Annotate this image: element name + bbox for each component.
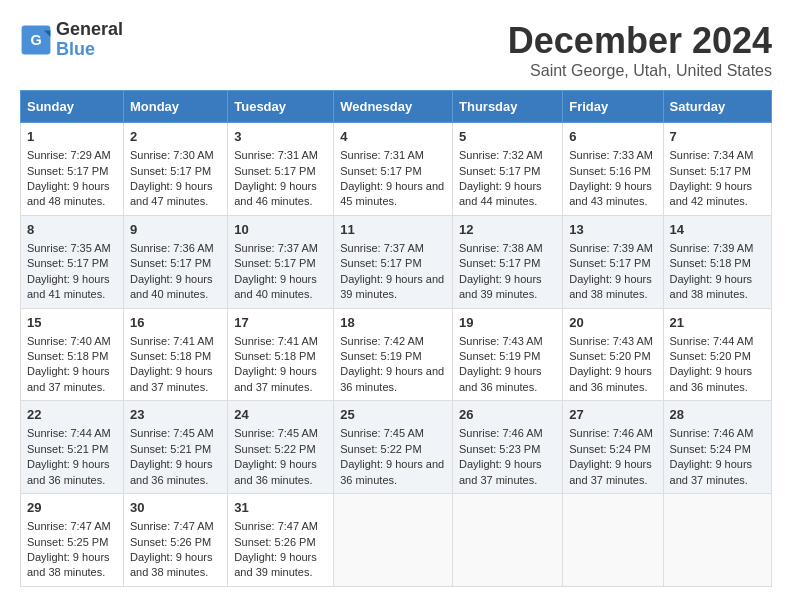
week-row-5: 29Sunrise: 7:47 AMSunset: 5:25 PMDayligh… [21,494,772,587]
sunset-text: Sunset: 5:17 PM [340,257,421,269]
sunrise-text: Sunrise: 7:43 AM [459,335,543,347]
sunrise-text: Sunrise: 7:37 AM [234,242,318,254]
sunrise-text: Sunrise: 7:46 AM [569,427,653,439]
sunset-text: Sunset: 5:17 PM [234,165,315,177]
sunrise-text: Sunrise: 7:47 AM [234,520,318,532]
day-number: 15 [27,314,117,332]
daylight-text: Daylight: 9 hours and 36 minutes. [670,365,753,392]
calendar-cell: 19Sunrise: 7:43 AMSunset: 5:19 PMDayligh… [453,308,563,401]
calendar-cell: 15Sunrise: 7:40 AMSunset: 5:18 PMDayligh… [21,308,124,401]
calendar-cell: 22Sunrise: 7:44 AMSunset: 5:21 PMDayligh… [21,401,124,494]
day-header-sunday: Sunday [21,91,124,123]
day-number: 13 [569,221,656,239]
daylight-text: Daylight: 9 hours and 41 minutes. [27,273,110,300]
sunrise-text: Sunrise: 7:34 AM [670,149,754,161]
sunrise-text: Sunrise: 7:36 AM [130,242,214,254]
sunset-text: Sunset: 5:23 PM [459,443,540,455]
daylight-text: Daylight: 9 hours and 47 minutes. [130,180,213,207]
sunrise-text: Sunrise: 7:45 AM [340,427,424,439]
calendar-cell: 10Sunrise: 7:37 AMSunset: 5:17 PMDayligh… [228,215,334,308]
day-number: 1 [27,128,117,146]
daylight-text: Daylight: 9 hours and 42 minutes. [670,180,753,207]
day-number: 24 [234,406,327,424]
day-number: 4 [340,128,446,146]
sunset-text: Sunset: 5:18 PM [234,350,315,362]
day-header-friday: Friday [563,91,663,123]
sunset-text: Sunset: 5:22 PM [234,443,315,455]
sunrise-text: Sunrise: 7:41 AM [234,335,318,347]
day-header-saturday: Saturday [663,91,771,123]
daylight-text: Daylight: 9 hours and 37 minutes. [234,365,317,392]
sunset-text: Sunset: 5:17 PM [670,165,751,177]
day-header-thursday: Thursday [453,91,563,123]
day-number: 17 [234,314,327,332]
day-number: 16 [130,314,221,332]
svg-text:G: G [30,32,41,48]
sunset-text: Sunset: 5:22 PM [340,443,421,455]
sunrise-text: Sunrise: 7:43 AM [569,335,653,347]
sunrise-text: Sunrise: 7:47 AM [130,520,214,532]
sunrise-text: Sunrise: 7:46 AM [459,427,543,439]
sunrise-text: Sunrise: 7:42 AM [340,335,424,347]
sunset-text: Sunset: 5:20 PM [670,350,751,362]
daylight-text: Daylight: 9 hours and 38 minutes. [670,273,753,300]
sunrise-text: Sunrise: 7:38 AM [459,242,543,254]
daylight-text: Daylight: 9 hours and 36 minutes. [234,458,317,485]
daylight-text: Daylight: 9 hours and 36 minutes. [459,365,542,392]
sunset-text: Sunset: 5:26 PM [234,536,315,548]
calendar-cell: 21Sunrise: 7:44 AMSunset: 5:20 PMDayligh… [663,308,771,401]
daylight-text: Daylight: 9 hours and 36 minutes. [27,458,110,485]
sunset-text: Sunset: 5:17 PM [27,165,108,177]
daylight-text: Daylight: 9 hours and 38 minutes. [569,273,652,300]
sunset-text: Sunset: 5:17 PM [459,165,540,177]
calendar-cell [334,494,453,587]
daylight-text: Daylight: 9 hours and 36 minutes. [340,365,444,392]
day-number: 22 [27,406,117,424]
sunrise-text: Sunrise: 7:39 AM [670,242,754,254]
calendar-cell: 20Sunrise: 7:43 AMSunset: 5:20 PMDayligh… [563,308,663,401]
sunset-text: Sunset: 5:18 PM [27,350,108,362]
sunset-text: Sunset: 5:17 PM [130,257,211,269]
day-number: 8 [27,221,117,239]
sunrise-text: Sunrise: 7:46 AM [670,427,754,439]
sunset-text: Sunset: 5:16 PM [569,165,650,177]
sunset-text: Sunset: 5:21 PM [130,443,211,455]
calendar-cell: 8Sunrise: 7:35 AMSunset: 5:17 PMDaylight… [21,215,124,308]
day-number: 2 [130,128,221,146]
daylight-text: Daylight: 9 hours and 39 minutes. [234,551,317,578]
day-number: 25 [340,406,446,424]
calendar-cell: 12Sunrise: 7:38 AMSunset: 5:17 PMDayligh… [453,215,563,308]
sunset-text: Sunset: 5:18 PM [670,257,751,269]
day-number: 3 [234,128,327,146]
title-area: December 2024 Saint George, Utah, United… [508,20,772,80]
sunset-text: Sunset: 5:17 PM [234,257,315,269]
day-number: 18 [340,314,446,332]
day-number: 14 [670,221,765,239]
daylight-text: Daylight: 9 hours and 45 minutes. [340,180,444,207]
sunset-text: Sunset: 5:24 PM [670,443,751,455]
day-header-wednesday: Wednesday [334,91,453,123]
sunrise-text: Sunrise: 7:39 AM [569,242,653,254]
sunrise-text: Sunrise: 7:47 AM [27,520,111,532]
calendar-cell: 14Sunrise: 7:39 AMSunset: 5:18 PMDayligh… [663,215,771,308]
calendar-cell: 5Sunrise: 7:32 AMSunset: 5:17 PMDaylight… [453,123,563,216]
calendar-cell [453,494,563,587]
week-row-1: 1Sunrise: 7:29 AMSunset: 5:17 PMDaylight… [21,123,772,216]
sunset-text: Sunset: 5:19 PM [340,350,421,362]
calendar-cell: 1Sunrise: 7:29 AMSunset: 5:17 PMDaylight… [21,123,124,216]
daylight-text: Daylight: 9 hours and 39 minutes. [459,273,542,300]
daylight-text: Daylight: 9 hours and 46 minutes. [234,180,317,207]
sunset-text: Sunset: 5:17 PM [130,165,211,177]
sunrise-text: Sunrise: 7:35 AM [27,242,111,254]
calendar-cell: 9Sunrise: 7:36 AMSunset: 5:17 PMDaylight… [123,215,227,308]
calendar-cell: 31Sunrise: 7:47 AMSunset: 5:26 PMDayligh… [228,494,334,587]
sunrise-text: Sunrise: 7:30 AM [130,149,214,161]
daylight-text: Daylight: 9 hours and 38 minutes. [130,551,213,578]
daylight-text: Daylight: 9 hours and 48 minutes. [27,180,110,207]
daylight-text: Daylight: 9 hours and 44 minutes. [459,180,542,207]
calendar-cell: 13Sunrise: 7:39 AMSunset: 5:17 PMDayligh… [563,215,663,308]
calendar-cell: 26Sunrise: 7:46 AMSunset: 5:23 PMDayligh… [453,401,563,494]
calendar-cell: 24Sunrise: 7:45 AMSunset: 5:22 PMDayligh… [228,401,334,494]
calendar-cell [663,494,771,587]
daylight-text: Daylight: 9 hours and 40 minutes. [234,273,317,300]
